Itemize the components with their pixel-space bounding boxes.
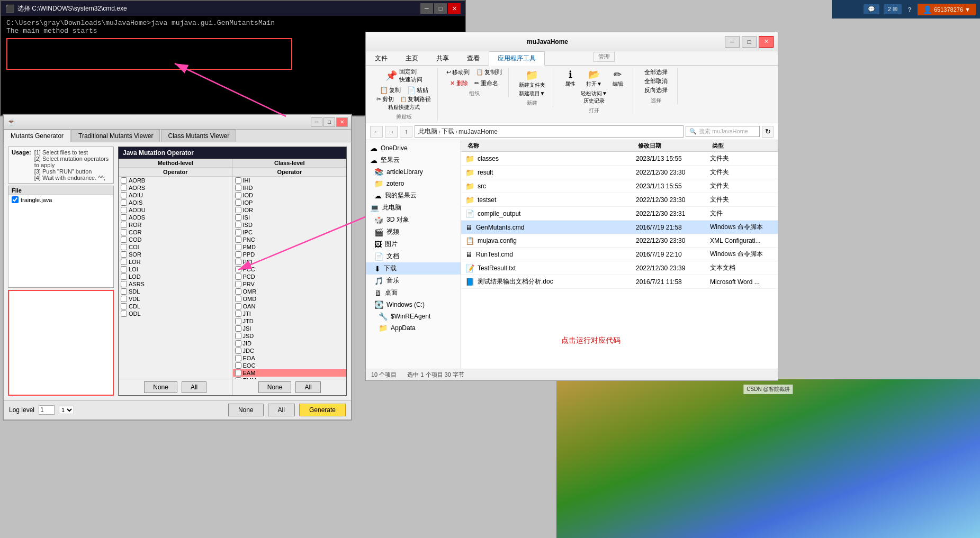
op-item-oan[interactable]: OAN	[233, 303, 347, 310]
op-check-lod[interactable]	[121, 273, 127, 280]
file-item-src[interactable]: 📁src 2023/1/13 15:55 文件夹	[461, 179, 778, 193]
op-item-sdl[interactable]: SDL	[119, 288, 232, 295]
op-item-isi[interactable]: ISI	[233, 214, 347, 221]
file-checkbox-traingle[interactable]	[12, 196, 19, 203]
ribbon-copy-path-btn[interactable]: 📋复制路径	[398, 95, 433, 104]
dialog-close-button[interactable]: ✕	[336, 117, 348, 127]
sidebar-item-thispc[interactable]: 💻 此电脑	[366, 202, 461, 214]
sidebar-item-music[interactable]: 🎵 音乐	[366, 275, 461, 287]
mail-count-badge[interactable]: 2 ✉	[884, 4, 902, 14]
sidebar-item-pictures[interactable]: 🖼 图片	[366, 238, 461, 250]
op-check-cdl[interactable]	[121, 303, 127, 309]
op-check-pmd[interactable]	[235, 244, 241, 250]
sidebar-item-appdata[interactable]: 📁 AppData	[366, 322, 461, 334]
op-item-aorb[interactable]: AORB	[119, 177, 232, 184]
op-check-asrs[interactable]	[121, 281, 127, 287]
file-item-mujava-config[interactable]: 📋mujava.config 2022/12/30 23:30 XML Conf…	[461, 234, 778, 248]
file-section-item-traingle[interactable]: traingle.java	[8, 195, 113, 204]
op-check-jti[interactable]	[235, 311, 241, 317]
op-check-vdl[interactable]	[121, 296, 127, 302]
ribbon-easy-access-btn[interactable]: 轻松访问▼	[581, 90, 607, 97]
sidebar-item-windows-c[interactable]: 💽 Windows (C:)	[366, 299, 461, 311]
ribbon-cut-btn[interactable]: ✂剪切	[374, 95, 396, 104]
back-button[interactable]: ←	[370, 126, 383, 138]
forward-button[interactable]: →	[385, 126, 398, 138]
op-check-aodu[interactable]	[121, 207, 127, 213]
ribbon-delete-btn[interactable]: ✕ 删除	[448, 79, 470, 88]
op-item-eoc[interactable]: EOC	[233, 362, 347, 369]
op-item-cod[interactable]: COD	[119, 236, 232, 243]
op-check-aorb[interactable]	[121, 177, 127, 184]
explorer-close-button[interactable]: ✕	[759, 36, 774, 48]
op-check-ihd[interactable]	[235, 185, 241, 191]
op-check-lor[interactable]	[121, 259, 127, 265]
sidebar-item-zotero[interactable]: 📁 zotero	[366, 178, 461, 189]
op-check-oan[interactable]	[235, 303, 241, 309]
op-item-aors[interactable]: AORS	[119, 184, 232, 192]
sidebar-item-video[interactable]: 🎬 视频	[366, 226, 461, 238]
search-box[interactable]: 🔍 搜索 muJavaHome	[686, 126, 760, 137]
sidebar-item-jianguoyun[interactable]: ☁ 坚果云	[366, 154, 461, 166]
sidebar-item-articlelibrary[interactable]: 📚 articleLibrary	[366, 166, 461, 178]
op-item-loi[interactable]: LOI	[119, 266, 232, 273]
ribbon-new-folder-btn[interactable]: 📁新建文件夹	[516, 68, 549, 90]
op-item-omr[interactable]: OMR	[233, 288, 347, 295]
sidebar-item-downloads[interactable]: ⬇ 下载	[366, 262, 461, 275]
ribbon-copy-btn[interactable]: 📋复制	[377, 86, 403, 95]
address-path[interactable]: 此电脑 › 下载 › muJavaHome	[415, 125, 684, 138]
dialog-minimize-button[interactable]: ─	[311, 117, 322, 127]
file-item-analysis-doc[interactable]: 📘测试结果输出文档分析.doc 2016/7/21 11:58 Microsof…	[461, 275, 778, 289]
op-check-jdc[interactable]	[235, 348, 241, 354]
op-item-lor[interactable]: LOR	[119, 258, 232, 266]
op-check-eam[interactable]	[235, 370, 241, 376]
op-item-cdl[interactable]: CDL	[119, 303, 232, 310]
user-id-badge[interactable]: 👤 651378276 ▼	[918, 4, 976, 15]
op-item-ppd[interactable]: PPD	[233, 251, 347, 258]
op-check-cod[interactable]	[121, 236, 127, 243]
op-item-vdl[interactable]: VDL	[119, 295, 232, 303]
op-check-iod[interactable]	[235, 192, 241, 198]
sidebar-item-onedrive[interactable]: ☁ OneDrive	[366, 142, 461, 154]
explorer-minimize-button[interactable]: ─	[725, 36, 740, 48]
op-check-eoc[interactable]	[235, 362, 241, 369]
op-item-coi[interactable]: COI	[119, 243, 232, 251]
op-item-isd[interactable]: ISD	[233, 221, 347, 229]
ribbon-paste-btn[interactable]: 📄粘贴	[405, 86, 430, 95]
ribbon-tab-view[interactable]: 查看	[458, 51, 489, 65]
log-level-select[interactable]: 1	[59, 406, 74, 414]
op-item-aodu[interactable]: AODU	[119, 206, 232, 214]
ribbon-move-btn[interactable]: ↩移动到	[444, 68, 472, 77]
op-check-jtd[interactable]	[235, 318, 241, 324]
op-check-jid[interactable]	[235, 340, 241, 346]
dialog-maximize-button[interactable]: □	[323, 117, 335, 127]
op-item-eam[interactable]: EAM	[233, 369, 347, 377]
ribbon-props-btn[interactable]: ℹ属性	[560, 68, 581, 89]
file-item-testset[interactable]: 📁testset 2022/12/30 23:30 文件夹	[461, 193, 778, 207]
ribbon-history-btn[interactable]: 历史记录	[583, 97, 605, 105]
op-check-isi[interactable]	[235, 214, 241, 221]
op-check-isd[interactable]	[235, 222, 241, 228]
op-item-ipc[interactable]: IPC	[233, 229, 347, 236]
ribbon-new-item-btn[interactable]: 新建项目▼	[519, 90, 545, 97]
op-item-aois[interactable]: AOIS	[119, 199, 232, 206]
op-item-jtd[interactable]: JTD	[233, 317, 347, 325]
ribbon-select-all-btn[interactable]: 全部选择	[642, 68, 670, 77]
op-item-ihd[interactable]: IHD	[233, 184, 347, 192]
op-check-ihi[interactable]	[235, 177, 241, 184]
op-item-jti[interactable]: JTI	[233, 310, 347, 317]
ribbon-pin-btn[interactable]: 📌固定到快速访问	[385, 68, 422, 84]
ribbon-invert-select-btn[interactable]: 反向选择	[642, 86, 670, 95]
cmd-close-button[interactable]: ✕	[448, 3, 461, 14]
op-check-jsi[interactable]	[235, 325, 241, 332]
explorer-maximize-button[interactable]: □	[742, 36, 757, 48]
op-item-prv[interactable]: PRV	[233, 280, 347, 288]
op-item-omd[interactable]: OMD	[233, 295, 347, 303]
ribbon-tab-share[interactable]: 共享	[427, 51, 458, 65]
sidebar-item-myjianguoyun[interactable]: ☁ 我的坚果云	[366, 189, 461, 202]
op-item-sor[interactable]: SOR	[119, 251, 232, 258]
op-item-pcd[interactable]: PCD	[233, 273, 347, 280]
file-item-result[interactable]: 📁result 2022/12/30 23:30 文件夹	[461, 166, 778, 179]
file-item-compile-output[interactable]: 📄compile_output 2022/12/30 23:31 文件	[461, 207, 778, 221]
ribbon-tab-app-tools[interactable]: 应用程序工具	[489, 51, 545, 66]
op-check-iop[interactable]	[235, 199, 241, 206]
